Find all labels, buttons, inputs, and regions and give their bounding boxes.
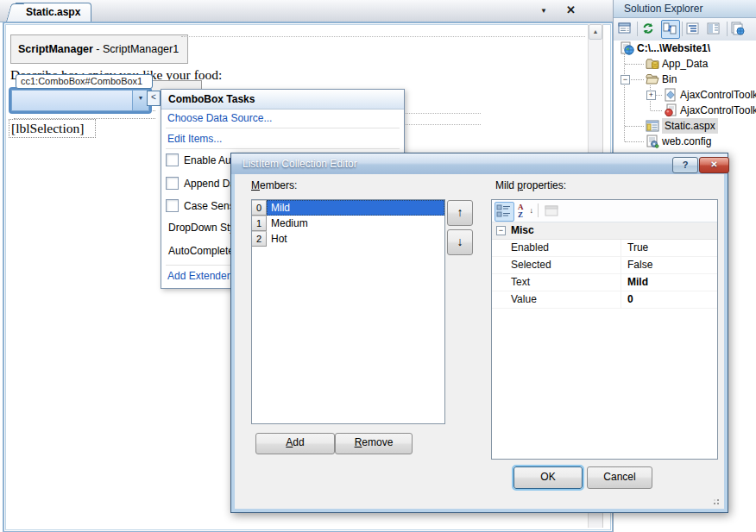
list-item[interactable]: 1 Medium bbox=[252, 216, 444, 231]
checkbox-icon[interactable] bbox=[166, 153, 179, 166]
tree-item-ajaxcontroltoolkit-dll[interactable]: AjaxControlToolk bbox=[614, 103, 756, 118]
properties-label: Mild properties: bbox=[495, 179, 566, 191]
add-extender-link[interactable]: Add Extender... bbox=[167, 270, 238, 282]
tree-item-label: App_Data bbox=[662, 56, 708, 72]
property-row[interactable]: Selected False bbox=[492, 257, 717, 274]
document-tabstrip: Static.aspx ▼ ✕ bbox=[0, 0, 613, 22]
vs-ide-screen: Static.aspx ▼ ✕ ScriptManager - ScriptMa… bbox=[0, 0, 756, 532]
checkbox-icon[interactable] bbox=[166, 199, 179, 212]
layout-divider bbox=[403, 113, 481, 114]
view-designer-icon[interactable] bbox=[706, 21, 723, 38]
case-sensitive-checkbox-row[interactable]: Case Sensit bbox=[166, 199, 240, 212]
app-data-folder-icon bbox=[646, 57, 659, 71]
autocomplete-mode-label: AutoComplete bbox=[168, 245, 234, 257]
add-button[interactable]: Add bbox=[255, 433, 335, 454]
property-name: Value bbox=[492, 291, 621, 308]
smart-tag-collapse-button[interactable]: < bbox=[147, 91, 161, 106]
property-category-row[interactable]: − Misc bbox=[492, 222, 717, 240]
dialog-titlebar[interactable]: ListItem Collection Editor ? ✕ bbox=[231, 153, 728, 174]
property-value[interactable]: True bbox=[621, 240, 717, 256]
cancel-button[interactable]: Cancel bbox=[587, 466, 652, 489]
properties-window-icon[interactable] bbox=[617, 21, 634, 38]
property-value[interactable]: 0 bbox=[621, 291, 717, 308]
divider bbox=[727, 22, 728, 36]
alphabetical-sort-icon[interactable]: AZ↓ bbox=[515, 202, 535, 222]
divider bbox=[166, 128, 400, 128]
divider bbox=[637, 22, 638, 36]
property-row[interactable]: Value 0 bbox=[492, 291, 717, 309]
tree-item-web-config[interactable]: web.config bbox=[614, 134, 756, 149]
list-item-index[interactable]: 0 bbox=[252, 200, 267, 216]
property-pages-icon[interactable] bbox=[543, 202, 563, 222]
document-close-icon[interactable]: ✕ bbox=[566, 3, 576, 16]
enable-autocomplete-checkbox-row[interactable]: Enable Auto bbox=[166, 153, 240, 166]
scroll-up-icon[interactable]: ▲ bbox=[589, 24, 602, 40]
website-icon bbox=[621, 41, 634, 55]
tree-item-app-data[interactable]: App_Data bbox=[614, 56, 756, 72]
tree-item-label: AjaxControlToolk bbox=[680, 103, 756, 118]
tab-label: Static.aspx bbox=[26, 6, 80, 18]
property-value[interactable]: Mild bbox=[621, 274, 717, 291]
list-item[interactable]: 0 Mild bbox=[252, 200, 444, 216]
tab-list-dropdown-icon[interactable]: ▼ bbox=[540, 7, 547, 15]
tree-item-static-aspx[interactable]: Static.aspx bbox=[614, 118, 756, 134]
combobox-id-tooltip: cc1:ComboBox#ComboBox1 bbox=[16, 74, 153, 89]
append-databound-checkbox-row[interactable]: Append Da bbox=[166, 177, 236, 190]
solution-explorer-title[interactable]: Solution Explorer bbox=[614, 0, 756, 18]
checkbox-icon[interactable] bbox=[166, 177, 179, 190]
categorized-icon[interactable] bbox=[495, 202, 514, 222]
resize-grip[interactable] bbox=[717, 503, 719, 504]
choose-data-source-link[interactable]: Choose Data Source... bbox=[167, 112, 272, 124]
close-button[interactable]: ✕ bbox=[699, 157, 729, 173]
refresh-icon[interactable] bbox=[640, 21, 658, 38]
list-item[interactable]: 2 Hot bbox=[252, 231, 444, 247]
property-value[interactable]: False bbox=[621, 257, 717, 273]
help-button[interactable]: ? bbox=[672, 157, 698, 173]
category-label: Misc bbox=[511, 224, 534, 236]
tree-item-bin[interactable]: − Bin bbox=[614, 72, 756, 87]
property-grid-toolbar: AZ↓ bbox=[492, 200, 717, 222]
tree-item-ajaxcontroltoolkit-reference[interactable]: + AjaxControlToolk bbox=[614, 87, 756, 103]
scriptmanager-control-id: - ScriptManager1 bbox=[93, 43, 179, 55]
property-name: Enabled bbox=[492, 240, 621, 256]
tab-static-aspx[interactable]: Static.aspx bbox=[16, 3, 91, 22]
property-name: Text bbox=[492, 274, 621, 291]
edit-items-link[interactable]: Edit Items... bbox=[167, 133, 222, 145]
scriptmanager-control[interactable]: ScriptManager - ScriptManager1 bbox=[10, 34, 188, 64]
combobox-control[interactable]: ▼ bbox=[11, 90, 149, 111]
list-item-index[interactable]: 2 bbox=[252, 231, 267, 247]
layout-divider bbox=[403, 124, 481, 125]
remove-button[interactable]: Remove bbox=[335, 433, 413, 454]
list-item-index[interactable]: 1 bbox=[252, 216, 267, 231]
divider bbox=[166, 148, 400, 149]
copy-website-icon[interactable] bbox=[661, 20, 680, 39]
property-name: Selected bbox=[492, 257, 621, 273]
nest-related-files-icon[interactable] bbox=[685, 21, 702, 38]
combobox-tasks-header: ComboBox Tasks bbox=[161, 90, 404, 110]
property-grid: AZ↓ − Misc Enabled True bbox=[491, 199, 718, 460]
checkbox-label: Append Da bbox=[184, 178, 236, 190]
collapse-category-icon[interactable]: − bbox=[496, 226, 506, 235]
tree-item-label: web.config bbox=[662, 134, 711, 149]
config-file-icon bbox=[646, 135, 659, 148]
down-arrow-icon: ↓ bbox=[457, 235, 463, 248]
collapse-icon[interactable]: − bbox=[621, 75, 630, 84]
aspnet-configuration-icon[interactable] bbox=[730, 21, 747, 38]
property-row[interactable]: Text Mild bbox=[492, 274, 717, 291]
dll-file-icon bbox=[664, 103, 677, 117]
solution-explorer-toolbar bbox=[614, 18, 756, 41]
move-up-button[interactable]: ↑ bbox=[447, 200, 473, 226]
tree-item-label: C:\...\Website1\ bbox=[637, 41, 710, 56]
members-listbox[interactable]: 0 Mild 1 Medium 2 Hot bbox=[251, 199, 445, 424]
property-row[interactable]: Enabled True bbox=[492, 240, 717, 257]
list-item-text[interactable]: Medium bbox=[267, 216, 444, 231]
tree-item-website-root[interactable]: C:\...\Website1\ bbox=[614, 41, 756, 56]
layout-divider bbox=[181, 36, 585, 37]
move-down-button[interactable]: ↓ bbox=[447, 229, 473, 255]
ok-button[interactable]: OK bbox=[513, 466, 583, 489]
divider bbox=[538, 203, 539, 217]
expand-icon[interactable]: + bbox=[646, 91, 656, 100]
label-lblselection-control[interactable]: [lblSelection] bbox=[9, 119, 96, 138]
list-item-text[interactable]: Hot bbox=[267, 231, 444, 247]
list-item-text[interactable]: Mild bbox=[267, 200, 444, 216]
